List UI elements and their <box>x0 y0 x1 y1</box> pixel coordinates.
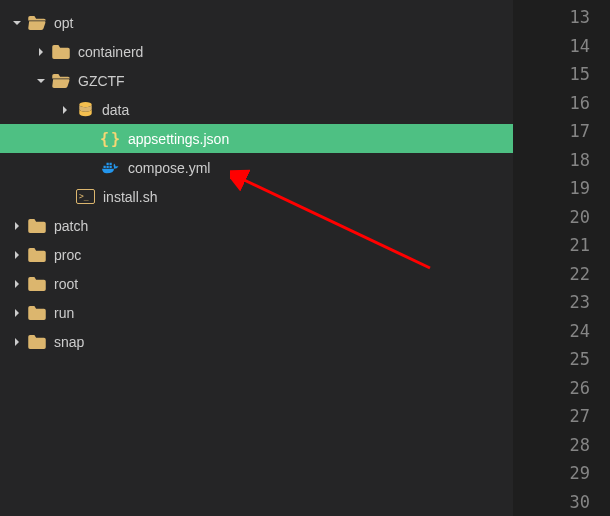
folder-open-icon <box>52 72 70 90</box>
json-file-icon: {} <box>102 130 120 148</box>
editor-gutter: 13 14 15 16 17 18 19 20 21 22 23 24 25 2… <box>518 0 610 516</box>
svg-rect-2 <box>107 165 109 167</box>
folder-icon <box>28 304 46 322</box>
line-number: 27 <box>518 402 610 431</box>
database-folder-icon <box>76 101 94 119</box>
file-explorer: opt containerd GZCTF data {} appsettings… <box>0 0 513 516</box>
chevron-right-icon <box>34 45 48 59</box>
chevron-right-icon <box>10 335 24 349</box>
tree-item-data[interactable]: data <box>0 95 513 124</box>
svg-rect-5 <box>110 162 112 164</box>
tree-item-gzctf[interactable]: GZCTF <box>0 66 513 95</box>
line-number: 18 <box>518 146 610 175</box>
line-number: 13 <box>518 3 610 32</box>
tree-item-snap[interactable]: snap <box>0 327 513 356</box>
chevron-down-icon <box>10 16 24 30</box>
tree-item-label: snap <box>54 334 84 350</box>
line-number: 26 <box>518 374 610 403</box>
chevron-right-icon <box>10 219 24 233</box>
line-number: 15 <box>518 60 610 89</box>
docker-file-icon <box>102 159 120 177</box>
tree-item-label: patch <box>54 218 88 234</box>
tree-item-patch[interactable]: patch <box>0 211 513 240</box>
line-number: 30 <box>518 488 610 517</box>
line-number: 23 <box>518 288 610 317</box>
tree-item-label: compose.yml <box>128 160 210 176</box>
tree-item-label: proc <box>54 247 81 263</box>
tree-item-install[interactable]: >_ install.sh <box>0 182 513 211</box>
tree-item-opt[interactable]: opt <box>0 8 513 37</box>
line-number: 25 <box>518 345 610 374</box>
line-number: 20 <box>518 203 610 232</box>
svg-rect-3 <box>110 165 112 167</box>
tree-item-appsettings[interactable]: {} appsettings.json <box>0 124 513 153</box>
tree-item-root[interactable]: root <box>0 269 513 298</box>
folder-icon <box>52 43 70 61</box>
chevron-right-icon <box>10 248 24 262</box>
tree-item-label: data <box>102 102 129 118</box>
line-number: 24 <box>518 317 610 346</box>
tree-item-label: root <box>54 276 78 292</box>
tree-item-label: run <box>54 305 74 321</box>
tree-item-label: containerd <box>78 44 143 60</box>
folder-icon <box>28 275 46 293</box>
svg-rect-1 <box>104 165 106 167</box>
tree-item-label: appsettings.json <box>128 131 229 147</box>
folder-icon <box>28 246 46 264</box>
tree-item-label: install.sh <box>103 189 157 205</box>
chevron-right-icon <box>58 103 72 117</box>
shell-file-icon: >_ <box>76 189 95 204</box>
tree-item-run[interactable]: run <box>0 298 513 327</box>
svg-point-0 <box>79 102 91 107</box>
tree-item-label: GZCTF <box>78 73 125 89</box>
tree-item-label: opt <box>54 15 73 31</box>
folder-icon <box>28 217 46 235</box>
tree-item-compose[interactable]: compose.yml <box>0 153 513 182</box>
tree-item-containerd[interactable]: containerd <box>0 37 513 66</box>
line-number: 22 <box>518 260 610 289</box>
line-number: 28 <box>518 431 610 460</box>
line-number: 14 <box>518 32 610 61</box>
line-number: 19 <box>518 174 610 203</box>
line-number: 29 <box>518 459 610 488</box>
chevron-right-icon <box>10 306 24 320</box>
svg-rect-4 <box>107 162 109 164</box>
folder-open-icon <box>28 14 46 32</box>
folder-icon <box>28 333 46 351</box>
tree-item-proc[interactable]: proc <box>0 240 513 269</box>
line-number: 17 <box>518 117 610 146</box>
line-number: 16 <box>518 89 610 118</box>
chevron-right-icon <box>10 277 24 291</box>
line-number: 21 <box>518 231 610 260</box>
chevron-down-icon <box>34 74 48 88</box>
